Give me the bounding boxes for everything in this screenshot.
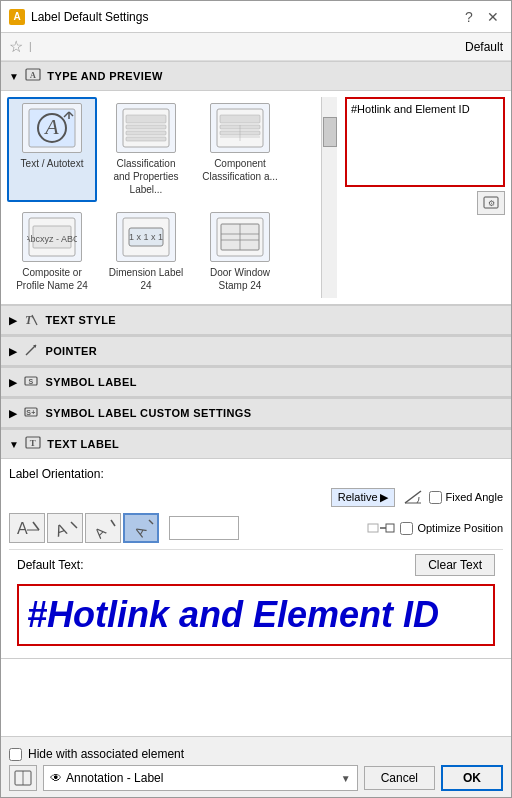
orientation-row: Label Orientation:	[9, 467, 503, 481]
type-item-icon-3	[210, 103, 270, 153]
text-label-arrow: ▼	[9, 439, 19, 450]
bottom-buttons-row: 👁 Annotation - Label ▼ Cancel OK	[9, 765, 503, 791]
angle-input[interactable]: 0,00°	[169, 516, 239, 540]
svg-text:T: T	[30, 438, 36, 448]
symbol-label-custom-section: ▶ S+ SYMBOL LABEL CUSTOM SETTINGS	[1, 398, 511, 429]
scroll-thumb[interactable]	[323, 117, 337, 147]
angle-btn-2[interactable]: A	[47, 513, 83, 543]
close-button[interactable]: ✕	[483, 7, 503, 27]
relative-fixed-row: Relative ▶ Fixed Angle	[9, 487, 503, 507]
type-item-label-5: Dimension Label 24	[107, 266, 185, 292]
default-text-label: Default Text:	[17, 558, 83, 572]
svg-text:S+: S+	[27, 409, 37, 416]
angle-btn-3[interactable]: A	[85, 513, 121, 543]
preview-box: #Hotlink and Element ID	[345, 97, 505, 187]
type-item-composite[interactable]: Abcxyz - ABC Composite or Profile Name 2…	[7, 206, 97, 298]
type-item-icon-4: Abcxyz - ABC	[22, 212, 82, 262]
type-grid-scroll: A Text / Autotext	[7, 97, 337, 298]
svg-rect-10	[126, 125, 166, 129]
default-label: Default	[465, 40, 503, 54]
large-text-display: #Hotlink and Element ID	[27, 594, 439, 636]
angle-icons-row: A A A	[9, 513, 503, 543]
angle-indicator-icon	[401, 487, 425, 507]
relative-button[interactable]: Relative ▶	[331, 488, 395, 507]
window-title: Label Default Settings	[31, 10, 459, 24]
symbol-label-section: ▶ S SYMBOL LABEL	[1, 367, 511, 398]
title-bar: A Label Default Settings ? ✕	[1, 1, 511, 33]
preview-settings-button[interactable]: ⚙	[477, 191, 505, 215]
pointer-arrow: ▶	[9, 346, 17, 357]
type-item-label-4: Composite or Profile Name 24	[13, 266, 91, 292]
pointer-label: POINTER	[45, 345, 97, 357]
text-label-section: ▼ T TEXT LABEL Label Orientation: Relati…	[1, 429, 511, 659]
svg-rect-14	[220, 115, 260, 123]
default-text-row: Default Text: Clear Text	[9, 549, 503, 580]
symbol-label-custom-header[interactable]: ▶ S+ SYMBOL LABEL CUSTOM SETTINGS	[1, 398, 511, 428]
svg-text:A: A	[131, 523, 150, 540]
preview-text: #Hotlink and Element ID	[351, 103, 470, 115]
bottom-settings-icon[interactable]	[9, 765, 37, 791]
text-label-header[interactable]: ▼ T TEXT LABEL	[1, 429, 511, 459]
svg-rect-53	[368, 524, 378, 532]
spacer-area	[1, 659, 511, 736]
symbol-label-header[interactable]: ▶ S SYMBOL LABEL	[1, 367, 511, 397]
type-item-text-autotext[interactable]: A Text / Autotext	[7, 97, 97, 202]
symbol-label-icon: S	[23, 373, 39, 391]
optimize-icon	[366, 518, 396, 538]
window-controls: ? ✕	[459, 7, 503, 27]
type-item-icon-5: 1 x 1 x 1	[116, 212, 176, 262]
relative-arrow-icon: ▶	[380, 491, 388, 504]
favorite-star-icon[interactable]: ☆	[9, 37, 23, 56]
large-text-box[interactable]: #Hotlink and Element ID	[17, 584, 495, 646]
symbol-label-label: SYMBOL LABEL	[45, 376, 136, 388]
text-style-icon: T	[23, 311, 39, 329]
text-style-header[interactable]: ▶ T TEXT STYLE	[1, 305, 511, 335]
svg-text:A: A	[43, 114, 59, 139]
svg-text:S: S	[29, 378, 34, 385]
svg-text:A: A	[53, 520, 69, 540]
type-item-label-1: Text / Autotext	[21, 157, 84, 170]
preview-side: #Hotlink and Element ID ⚙	[345, 97, 505, 298]
angle-btn-1[interactable]: A	[9, 513, 45, 543]
type-item-icon-2	[116, 103, 176, 153]
hide-checkbox[interactable]	[9, 748, 22, 761]
orientation-label: Label Orientation:	[9, 467, 109, 481]
help-button[interactable]: ?	[459, 7, 479, 27]
svg-rect-9	[126, 115, 166, 123]
bottom-bar: Hide with associated element 👁 Annotatio…	[1, 736, 511, 797]
type-preview-header[interactable]: ▼ A TYPE AND PREVIEW	[1, 61, 511, 91]
svg-rect-55	[386, 524, 394, 532]
type-item-component[interactable]: Component Classification a...	[195, 97, 285, 202]
text-label-content: Label Orientation: Relative ▶	[1, 459, 511, 658]
fixed-angle-group: Fixed Angle	[401, 487, 503, 507]
type-preview-section: ▼ A TYPE AND PREVIEW	[1, 61, 511, 305]
type-items-grid: A Text / Autotext	[7, 97, 321, 298]
type-item-classification[interactable]: Classification and Properties Label...	[101, 97, 191, 202]
symbol-label-arrow: ▶	[9, 377, 17, 388]
optimize-checkbox[interactable]	[400, 522, 413, 535]
svg-text:1 x 1 x 1: 1 x 1 x 1	[129, 232, 163, 242]
clear-text-button[interactable]: Clear Text	[415, 554, 495, 576]
type-grid-scrollbar[interactable]	[321, 97, 337, 298]
cancel-button[interactable]: Cancel	[364, 766, 435, 790]
text-style-section: ▶ T TEXT STYLE	[1, 305, 511, 336]
annotation-selector[interactable]: 👁 Annotation - Label ▼	[43, 765, 358, 791]
type-item-dimension[interactable]: 1 x 1 x 1 Dimension Label 24	[101, 206, 191, 298]
pointer-icon	[23, 342, 39, 360]
svg-line-33	[32, 315, 37, 325]
hide-label: Hide with associated element	[28, 747, 184, 761]
svg-line-48	[71, 522, 77, 528]
angle-btn-4[interactable]: A	[123, 513, 159, 543]
annotation-eye-icon: 👁	[50, 771, 62, 785]
optimize-label: Optimize Position	[417, 522, 503, 534]
type-item-icon-1: A	[22, 103, 82, 153]
fixed-angle-checkbox[interactable]	[429, 491, 442, 504]
ok-button[interactable]: OK	[441, 765, 503, 791]
svg-text:Abcxyz - ABC: Abcxyz - ABC	[27, 234, 77, 244]
pointer-header[interactable]: ▶ POINTER	[1, 336, 511, 366]
type-preview-label: TYPE AND PREVIEW	[47, 70, 162, 82]
type-item-door-window[interactable]: Door Window Stamp 24	[195, 206, 285, 298]
settings-content: ▼ A TYPE AND PREVIEW	[1, 61, 511, 736]
annotation-dropdown-icon: ▼	[341, 773, 351, 784]
relative-label: Relative	[338, 491, 378, 503]
